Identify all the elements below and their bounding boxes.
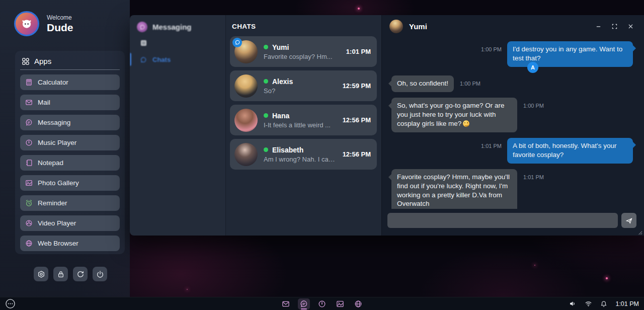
nav-collapse-icon[interactable] (141, 40, 146, 46)
notifications-button[interactable] (600, 300, 607, 307)
send-button[interactable] (621, 213, 636, 228)
smiling-emoji-icon (463, 120, 469, 127)
chat-time: 12:56 PM (343, 150, 371, 158)
sender-initial-badge: A (527, 62, 538, 73)
online-status-dot (264, 45, 268, 49)
photo-gallery-icon (25, 179, 33, 187)
chat-contact-name: Yumi (272, 43, 289, 51)
taskbar-pinned-apps (280, 297, 364, 310)
nav-item-chats[interactable]: Chats (130, 56, 225, 63)
chats-list-panel: CHATS Yumi Favorite cosplay? Hm... 1:01 … (225, 15, 381, 236)
welcome-label: Welcome (47, 14, 73, 21)
app-item-mail[interactable]: Mail (20, 95, 120, 110)
app-item-notepad[interactable]: Notepad (20, 155, 120, 171)
app-label: Messaging (38, 119, 70, 126)
refresh-icon (76, 270, 85, 278)
message-input[interactable] (387, 213, 618, 228)
online-status-dot (264, 113, 268, 118)
message-time: 1:00 PM (481, 46, 502, 52)
unread-chat-badge (232, 38, 242, 47)
messaging-app-icon (137, 22, 147, 32)
app-item-calculator[interactable]: Calculator (20, 74, 120, 90)
restart-button[interactable] (73, 267, 88, 281)
launcher-sidebar: Welcome Dude Apps Calculator (0, 0, 130, 297)
star-dot (187, 289, 188, 290)
app-item-messaging[interactable]: Messaging (20, 115, 120, 130)
chat-item-alexis[interactable]: Alexis So? 12:59 PM (230, 70, 377, 101)
chat-contact-name: Alexis (272, 78, 293, 86)
desktop: Welcome Dude Apps Calculator (0, 0, 644, 310)
app-list: Calculator Mail Messaging (20, 74, 120, 251)
app-item-video-player[interactable]: Video Player (20, 215, 120, 231)
chat-contact-name: Elisabeth (272, 146, 303, 154)
taskbar-music-player[interactable] (316, 298, 328, 309)
maximize-button[interactable] (609, 21, 620, 32)
notepad-icon (25, 159, 33, 167)
chat-item-elisabeth[interactable]: Elisabeth Am I wrong? Nah. I can... 12:5… (230, 139, 377, 170)
wifi-button[interactable] (585, 300, 592, 307)
app-item-music-player[interactable]: Music Player (20, 135, 120, 150)
message-text: So, what's your go-to game? Or are you j… (397, 102, 504, 127)
chat-item-yumi[interactable]: Yumi Favorite cosplay? Hm... 1:01 PM (230, 36, 377, 67)
app-label: Mail (38, 99, 50, 106)
apps-grid-icon (22, 57, 30, 65)
photo-gallery-icon (336, 300, 344, 308)
taskbar-mail[interactable] (280, 298, 292, 309)
taskbar-clock[interactable]: 1:01 PM (615, 300, 639, 307)
message-text: I'd destroy you in any game. Want to tes… (513, 45, 622, 62)
music-player-icon (318, 300, 326, 308)
nav-item-label: Chats (152, 56, 171, 63)
app-label: Reminder (38, 199, 67, 207)
app-label: Photo Gallery (38, 179, 79, 187)
taskbar-web-browser[interactable] (352, 298, 364, 309)
taskbar-messaging[interactable] (298, 298, 310, 309)
message-time: 1:01 PM (481, 143, 502, 149)
close-button[interactable] (625, 21, 636, 32)
messaging-window: Messaging Chats CHATS (130, 15, 644, 236)
lock-icon (57, 270, 65, 278)
chat-list: Yumi Favorite cosplay? Hm... 1:01 PM Ale… (225, 34, 381, 172)
avatar-hana (234, 109, 258, 132)
message-row: 1:01 PM A bit of both, honestly. What's … (391, 138, 633, 164)
app-item-web-browser[interactable]: Web Browser (20, 236, 120, 251)
start-menu-button[interactable] (5, 298, 16, 309)
message-text: Oh, so confident! (397, 80, 448, 87)
taskbar-photo-gallery[interactable] (334, 298, 346, 309)
app-item-reminder[interactable]: Reminder (20, 195, 120, 211)
calculator-icon (25, 79, 33, 86)
close-icon (627, 23, 634, 30)
user-name: Dude (47, 22, 73, 34)
conversation-avatar (389, 20, 403, 33)
mail-icon (282, 300, 290, 308)
chat-preview: So? (264, 87, 337, 95)
video-player-icon (25, 219, 33, 227)
chat-preview: Favorite cosplay? Hm... (264, 53, 340, 60)
gear-icon (37, 270, 45, 278)
message-text: Favorite cosplay? Hmm, maybe you'll find… (397, 173, 510, 208)
chats-list-header: CHATS (225, 15, 381, 34)
messaging-nav-panel: Messaging Chats (130, 15, 225, 236)
conversation-panel: Yumi 1:00 PM I'd des (381, 15, 644, 236)
messaging-window-title: Messaging (152, 23, 192, 31)
start-menu-icon (5, 298, 16, 309)
window-resize-handle[interactable] (637, 229, 642, 235)
music-player-icon (25, 139, 33, 146)
app-item-photo-gallery[interactable]: Photo Gallery (20, 175, 120, 191)
mail-icon (25, 99, 33, 106)
message-row: So, what's your go-to game? Or are you j… (391, 98, 633, 132)
conversation-title: Yumi (409, 22, 427, 31)
user-profile: Welcome Dude (14, 11, 73, 36)
app-label: Notepad (38, 159, 63, 167)
apps-panel: Apps Calculator Mail (15, 51, 125, 254)
volume-button[interactable] (569, 300, 577, 307)
chat-item-hana[interactable]: Hana I-It feels a little weird ... 12:56… (230, 105, 377, 135)
minimize-button[interactable] (593, 21, 604, 32)
settings-button[interactable] (34, 267, 48, 281)
messaging-icon (300, 300, 308, 308)
chat-contact-name: Hana (272, 112, 289, 120)
message-time: 1:00 PM (460, 81, 480, 87)
sent-message-bubble: I'd destroy you in any game. Want to tes… (507, 41, 633, 67)
power-button[interactable] (93, 267, 107, 281)
taskbar: 1:01 PM (0, 297, 644, 310)
lock-button[interactable] (53, 267, 68, 281)
